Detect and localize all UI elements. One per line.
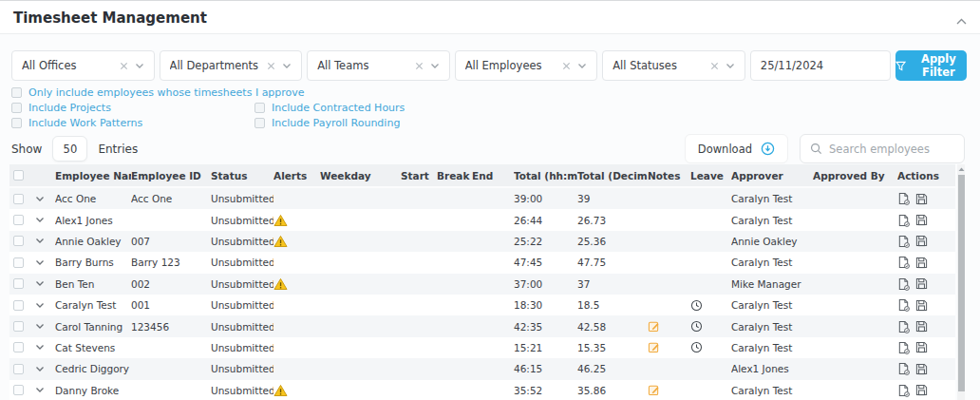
select-all-checkbox[interactable]	[13, 170, 24, 181]
row-checkbox[interactable]	[13, 278, 24, 289]
note-edit-icon[interactable]	[648, 384, 660, 396]
timesheet-report-icon[interactable]	[897, 384, 910, 397]
table-row: Danny Broke Unsubmitted 35:52 35.86 Cara…	[9, 380, 955, 400]
x-clear-icon[interactable]	[267, 62, 275, 70]
timesheet-report-icon[interactable]	[897, 214, 910, 227]
row-expander-chevron-icon[interactable]	[35, 196, 45, 202]
checkbox-filter-item[interactable]: Include Work Patterns	[11, 117, 254, 129]
save-floppy-icon[interactable]	[915, 363, 928, 375]
col-weekday: Weekday	[320, 164, 401, 186]
search-box[interactable]	[800, 134, 965, 163]
save-floppy-icon[interactable]	[915, 235, 928, 247]
chevron-down-icon[interactable]	[430, 63, 440, 69]
row-expander-chevron-icon[interactable]	[35, 238, 45, 244]
row-expander-chevron-icon[interactable]	[35, 280, 45, 287]
end-cell	[472, 252, 514, 273]
row-expander-chevron-icon[interactable]	[35, 259, 45, 266]
col-notes: Notes	[648, 164, 690, 186]
checkbox-icon[interactable]	[254, 118, 265, 128]
filter-dropdown[interactable]: All Employees	[455, 50, 598, 81]
date-filter[interactable]	[750, 50, 891, 81]
save-floppy-icon[interactable]	[915, 214, 928, 226]
checkbox-icon[interactable]	[11, 118, 22, 128]
checkbox-icon[interactable]	[11, 103, 22, 113]
checkbox-icon[interactable]	[254, 103, 265, 113]
funnel-icon	[895, 61, 906, 71]
timesheet-report-icon[interactable]	[897, 235, 910, 248]
timesheet-report-icon[interactable]	[897, 362, 910, 375]
filter-dropdown[interactable]: All Statuses	[602, 50, 745, 81]
scroll-up-arrow-icon[interactable]	[957, 166, 965, 172]
x-clear-icon[interactable]	[562, 62, 571, 70]
row-checkbox[interactable]	[13, 215, 24, 225]
search-input[interactable]	[829, 143, 954, 156]
row-expander-chevron-icon[interactable]	[35, 217, 45, 223]
total-hhmm-cell: 25:22	[514, 231, 577, 252]
checkbox-icon[interactable]	[11, 87, 22, 98]
dropdown-selected-value: All Employees	[465, 59, 563, 72]
chevron-down-icon[interactable]	[135, 63, 144, 69]
x-clear-icon[interactable]	[710, 62, 719, 70]
chevron-down-icon[interactable]	[726, 63, 735, 69]
apply-filter-button[interactable]: Apply Filter	[895, 50, 967, 81]
checkbox-label[interactable]: Only include employees whose timesheets …	[28, 86, 305, 99]
timesheet-report-icon[interactable]	[897, 256, 910, 269]
chevron-down-icon[interactable]	[577, 63, 587, 69]
row-expander-chevron-icon[interactable]	[35, 366, 45, 372]
timesheet-report-icon[interactable]	[897, 298, 910, 312]
row-checkbox[interactable]	[13, 342, 24, 352]
save-floppy-icon[interactable]	[915, 341, 928, 353]
note-edit-icon[interactable]	[648, 341, 660, 353]
note-edit-icon[interactable]	[648, 320, 660, 333]
timesheet-report-icon[interactable]	[897, 320, 910, 333]
row-checkbox[interactable]	[13, 194, 24, 204]
approved-by-cell	[813, 231, 897, 252]
break-cell	[437, 315, 472, 336]
save-floppy-icon[interactable]	[915, 299, 928, 312]
timesheet-report-icon[interactable]	[897, 341, 910, 354]
row-checkbox[interactable]	[13, 300, 24, 311]
x-clear-icon[interactable]	[120, 62, 128, 70]
save-floppy-icon[interactable]	[915, 320, 928, 333]
date-input[interactable]	[761, 59, 899, 72]
end-cell	[472, 358, 514, 379]
total-decimal-cell: 26.73	[577, 209, 648, 230]
checkbox-label[interactable]: Include Payroll Rounding	[272, 117, 400, 129]
save-floppy-icon[interactable]	[915, 193, 928, 205]
end-cell	[472, 188, 514, 209]
filter-dropdown[interactable]: All Teams	[307, 50, 450, 81]
row-expander-chevron-icon[interactable]	[35, 344, 45, 351]
filter-dropdown[interactable]: All Departments	[160, 50, 303, 81]
collapse-panel-button[interactable]	[955, 17, 968, 26]
vertical-scrollbar[interactable]	[957, 164, 965, 400]
chevron-down-icon[interactable]	[282, 63, 292, 69]
timesheet-report-icon[interactable]	[897, 277, 910, 291]
checkbox-label[interactable]: Include Projects	[28, 102, 111, 114]
checkbox-label[interactable]: Include Work Patterns	[28, 117, 142, 129]
row-expander-chevron-icon[interactable]	[35, 302, 45, 309]
checkbox-approve-only[interactable]: Only include employees whose timesheets …	[11, 86, 305, 99]
x-clear-icon[interactable]	[415, 62, 424, 70]
checkbox-filter-item[interactable]: Include Contracted Hours	[254, 102, 405, 114]
download-button[interactable]: Download	[685, 134, 788, 163]
row-checkbox[interactable]	[13, 385, 24, 395]
save-floppy-icon[interactable]	[915, 384, 928, 396]
scrollbar-thumb[interactable]	[958, 175, 965, 391]
checkbox-filter-item[interactable]: Include Payroll Rounding	[254, 117, 400, 129]
row-checkbox[interactable]	[13, 364, 24, 374]
checkbox-label[interactable]: Include Contracted Hours	[272, 102, 405, 114]
save-floppy-icon[interactable]	[915, 277, 928, 290]
timesheet-report-icon[interactable]	[897, 192, 910, 205]
col-end: End	[472, 164, 514, 186]
row-checkbox[interactable]	[13, 236, 24, 246]
row-expander-chevron-icon[interactable]	[35, 387, 45, 393]
checkbox-filter-item[interactable]: Include Projects	[11, 102, 254, 114]
row-checkbox[interactable]	[13, 257, 24, 268]
row-checkbox[interactable]	[13, 321, 24, 332]
save-floppy-icon[interactable]	[915, 257, 928, 269]
filter-dropdown[interactable]: All Offices	[11, 50, 155, 81]
entries-count-input[interactable]	[52, 136, 87, 162]
employee-name-cell: Alex1 Jones	[55, 209, 131, 230]
row-expander-chevron-icon[interactable]	[35, 323, 45, 330]
total-decimal-cell: 25.36	[577, 231, 648, 252]
